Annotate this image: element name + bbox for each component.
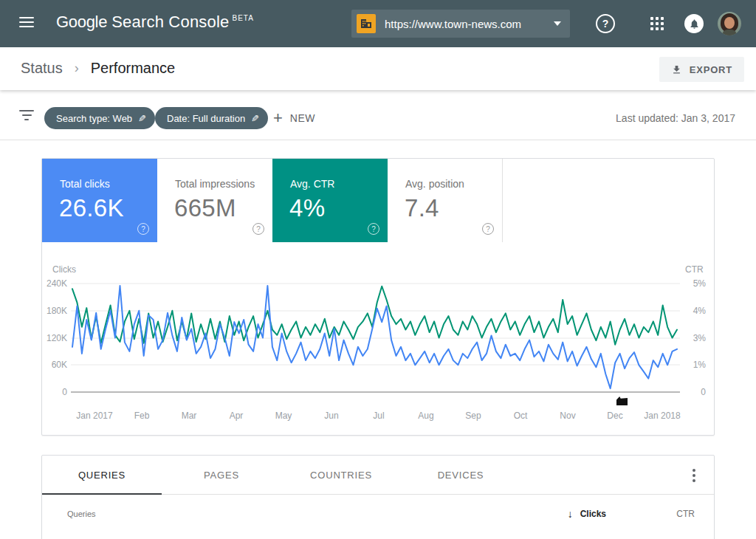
export-button-label: EXPORT <box>690 64 732 75</box>
notifications-bell-icon[interactable] <box>684 14 704 33</box>
table-header-row: Queries ↓ Clicks CTR <box>42 495 714 534</box>
filter-icon[interactable] <box>19 110 34 120</box>
app-bar: GoogleSearch ConsoleBETA https://www.tow… <box>0 0 756 47</box>
logo-beta-badge: BETA <box>233 14 254 22</box>
column-header-clicks-label: Clicks <box>580 509 606 519</box>
filter-chip-search-type-label: Search type: Web <box>56 113 132 124</box>
breadcrumb: Status › Performance <box>21 60 175 77</box>
logo-google-text: Google <box>56 13 107 31</box>
logo-product-text: Search Console <box>111 13 229 31</box>
page-header: Status › Performance EXPORT <box>0 47 756 90</box>
performance-chart-card: Total clicks 26.6K ? Total impressions 6… <box>41 158 715 436</box>
filter-chip-search-type[interactable]: Search type: Web ✎ <box>44 107 155 129</box>
tab-devices[interactable]: DEVICES <box>401 456 520 495</box>
new-filter-label: NEW <box>290 112 315 124</box>
column-header-clicks[interactable]: ↓ Clicks <box>568 508 606 520</box>
user-avatar[interactable] <box>718 12 741 35</box>
performance-line-chart[interactable] <box>42 159 714 435</box>
column-header-ctr[interactable]: CTR <box>676 509 695 519</box>
export-button[interactable]: EXPORT <box>659 57 744 82</box>
tab-countries[interactable]: COUNTRIES <box>281 456 401 495</box>
help-icon[interactable]: ? <box>596 14 615 33</box>
page-title: Performance <box>91 60 176 77</box>
domain-icon <box>357 14 376 33</box>
more-options-icon[interactable] <box>687 468 701 483</box>
clicks-line-series <box>72 286 677 388</box>
edit-pencil-icon: ✎ <box>251 113 259 124</box>
search-console-performance-page: GoogleSearch ConsoleBETA https://www.tow… <box>0 0 756 539</box>
plus-icon: + <box>273 110 283 126</box>
app-logo: GoogleSearch ConsoleBETA <box>56 13 251 32</box>
dimensions-table-card: QUERIES PAGES COUNTRIES DEVICES Queries … <box>41 455 715 539</box>
chevron-down-icon <box>554 21 561 26</box>
property-selector[interactable]: https://www.town-news.com <box>351 10 570 38</box>
sort-arrow-icon: ↓ <box>568 508 573 520</box>
download-icon <box>671 64 682 75</box>
breadcrumb-separator: › <box>75 61 79 76</box>
apps-grid-icon[interactable] <box>649 16 665 32</box>
filter-chip-date-label: Date: Full duration <box>167 113 245 124</box>
menu-icon[interactable] <box>19 17 34 29</box>
edit-pencil-icon: ✎ <box>138 113 146 124</box>
filter-chip-date[interactable]: Date: Full duration ✎ <box>155 107 268 129</box>
last-updated-text: Last updated: Jan 3, 2017 <box>616 112 735 124</box>
tab-queries[interactable]: QUERIES <box>42 456 162 495</box>
filter-bar: Search type: Web ✎ Date: Full duration ✎… <box>0 90 756 140</box>
tab-pages[interactable]: PAGES <box>162 456 281 495</box>
breadcrumb-status-link[interactable]: Status <box>21 60 63 77</box>
new-filter-button[interactable]: + NEW <box>273 107 315 129</box>
property-url: https://www.town-news.com <box>385 18 554 30</box>
column-header-queries[interactable]: Queries <box>67 509 96 518</box>
dimension-tabs: QUERIES PAGES COUNTRIES DEVICES <box>42 456 714 495</box>
